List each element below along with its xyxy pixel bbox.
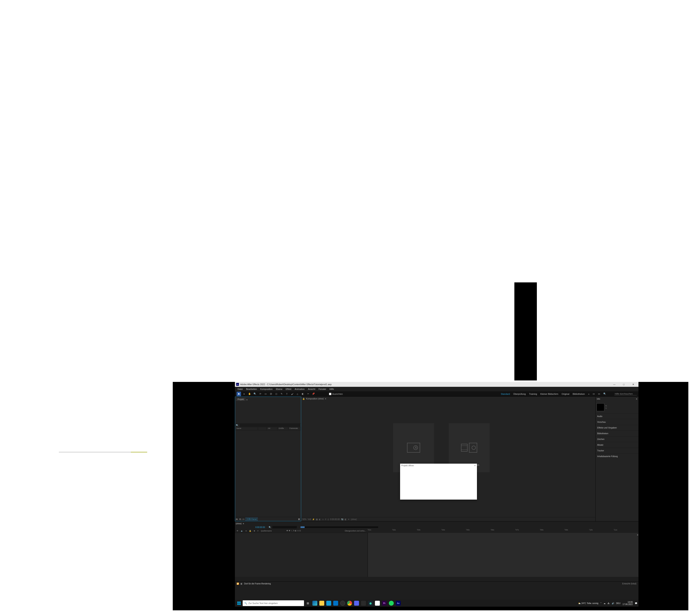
interpret-footage-icon[interactable]: 🗁 — [236, 518, 238, 520]
time-ruler[interactable]: 01s 02s 03s 04s 05s 06s 07s 08s 09s 10s … — [368, 529, 638, 532]
panel-menu-icon[interactable]: ≡ — [246, 399, 247, 401]
current-timecode[interactable]: 0:00:00:00 — [255, 526, 265, 529]
workspace-standard[interactable]: Standard — [501, 393, 510, 395]
workspace-training[interactable]: Training — [529, 393, 537, 395]
window-maximize-button[interactable]: □ — [620, 383, 628, 386]
task-view-icon[interactable]: ⊞ — [305, 600, 311, 606]
clone-stamp-tool-icon[interactable]: ⎌ — [295, 392, 300, 396]
channel-icon[interactable]: ◧ — [345, 518, 346, 520]
menu-hilfe[interactable]: Hilfe — [328, 388, 335, 391]
roto-tool-icon[interactable]: ✂ — [306, 392, 310, 396]
project-col-label[interactable] — [258, 427, 267, 430]
taskbar-app-explorer[interactable] — [319, 600, 325, 606]
grid-icon[interactable]: # — [325, 518, 326, 520]
brush-tool-icon[interactable]: 🖌 — [290, 392, 294, 396]
help-search-input[interactable]: Hilfe durchsuchen — [614, 392, 637, 395]
delete-icon[interactable]: 🗑 — [298, 518, 300, 520]
toggle-modes-icon[interactable]: ◧ — [241, 583, 242, 585]
open-project-dialog[interactable]: Projekt öffnen ✕ — [400, 464, 477, 499]
panel-libraries[interactable]: Bibliotheken — [596, 431, 638, 436]
panel-character[interactable]: Zeichen — [596, 436, 638, 442]
shape-tool-icon[interactable]: ◻ — [274, 392, 278, 396]
panel-menu-icon[interactable]: ≡ — [636, 398, 637, 400]
timeline-zoom-slider[interactable] — [301, 526, 378, 528]
pan-behind-tool-icon[interactable]: ⦿ — [269, 392, 273, 396]
panel-paragraph[interactable]: Absatz — [596, 442, 638, 448]
tray-language[interactable]: DEU — [616, 602, 621, 604]
tray-volume-icon[interactable]: 🔊 — [612, 602, 614, 604]
project-filter-input[interactable] — [240, 424, 300, 427]
parent-column[interactable]: Übergeordnet und verbu... — [345, 530, 366, 532]
panel-menu-icon[interactable]: ≡ — [325, 397, 326, 400]
tray-notifications-icon[interactable]: 💬 — [635, 602, 637, 604]
guides-icon[interactable]: ┼ — [328, 518, 329, 520]
menu-bar[interactable]: Datei Bearbeiten Komposition Ebene Effek… — [235, 387, 638, 391]
project-bit-depth[interactable]: 8-Bit-Kanal — [245, 518, 258, 521]
menu-effekt[interactable]: Effekt — [284, 388, 293, 391]
timecode-display[interactable]: 0:00:00:00 — [330, 518, 340, 520]
timeline-layer-list[interactable] — [235, 533, 368, 577]
panel-menu-icon[interactable]: ≡ — [243, 522, 244, 525]
taskbar-app-aftereffects[interactable]: Ae — [395, 600, 401, 606]
project-col-name[interactable]: Name — [235, 427, 258, 430]
menu-bearbeiten[interactable]: Bearbeiten — [245, 388, 258, 391]
comp-marker-icon[interactable]: ◂ — [637, 533, 638, 536]
viewer-canvas[interactable]: Neue Komposition Neue Komposition au — [301, 401, 595, 517]
lock-column-icon[interactable]: 🔒 — [249, 530, 251, 532]
panel-tracker[interactable]: Tracker — [596, 448, 638, 453]
taskbar-app-premiere[interactable]: Pr — [381, 600, 387, 606]
snap-toggle[interactable]: Ausrichten — [329, 393, 343, 395]
window-close-button[interactable]: ✕ — [629, 383, 637, 386]
project-col-size[interactable]: Größe — [277, 427, 288, 430]
tray-network-icon[interactable]: 🖧 — [608, 602, 610, 604]
camera-tool-icon[interactable]: ▭ — [264, 392, 268, 396]
menu-ebene[interactable]: Ebene — [275, 388, 284, 391]
taskbar-app-edge[interactable] — [312, 600, 318, 606]
selection-tool-icon[interactable]: ▸ — [242, 392, 246, 396]
tray-chevron-icon[interactable]: ˄ — [600, 602, 601, 604]
start-button[interactable] — [236, 600, 242, 606]
project-col-fps[interactable]: Framerate — [288, 427, 301, 430]
info-panel-tab[interactable]: Info — [597, 398, 600, 400]
rotate-tool-icon[interactable]: ⟳ — [258, 392, 262, 396]
workspace-smallscreen[interactable]: Kleiner Bildschirm — [540, 393, 558, 395]
eye-column-icon[interactable]: 👁 — [237, 530, 238, 532]
project-col-type[interactable]: Art — [267, 427, 278, 430]
timeline-tab[interactable]: (ohne) — [236, 522, 242, 525]
home-button[interactable] — [237, 392, 241, 396]
workspace-more-icon[interactable]: » — [588, 393, 589, 395]
hand-tool-icon[interactable]: ✋ — [247, 392, 252, 396]
viewer-lock-icon[interactable]: 🔒 — [302, 397, 305, 400]
snapshot-icon[interactable]: 📷 — [341, 518, 343, 520]
taskbar-app-spotify[interactable] — [388, 600, 394, 606]
viewer-tab-label[interactable]: Komposition (ohne) — [306, 397, 324, 400]
text-tool-icon[interactable]: T — [285, 392, 289, 396]
taskbar-app-streamlabs[interactable]: ⬤ — [367, 600, 373, 606]
pen-tool-icon[interactable]: ✎ — [279, 392, 283, 396]
taskbar-search[interactable]: 🔍 Zur Suche Text hier eingeben — [243, 600, 304, 606]
puppet-tool-icon[interactable]: 📌 — [311, 392, 316, 396]
audio-column-icon[interactable]: 🔈 — [241, 530, 243, 532]
menu-ansicht[interactable]: Ansicht — [306, 388, 317, 391]
workspace-original[interactable]: Original — [562, 393, 569, 395]
panel-audio[interactable]: Audio — [596, 413, 638, 419]
project-panel-tab[interactable]: Projekt — [236, 398, 245, 401]
tray-onedrive-icon[interactable]: ☁ — [603, 602, 606, 604]
taskbar-app-discord[interactable] — [354, 600, 360, 606]
taskbar-app-chrome[interactable] — [346, 600, 353, 606]
transparency-grid-icon[interactable]: ▦ — [316, 518, 318, 520]
menu-datei[interactable]: Datei — [236, 388, 244, 391]
panel-effects-presets[interactable]: Effekte und Vorgaben — [596, 425, 638, 431]
eraser-tool-icon[interactable]: ◧ — [301, 392, 305, 396]
close-icon[interactable]: ✕ — [474, 465, 476, 467]
menu-komposition[interactable]: Komposition — [259, 388, 274, 391]
source-name-column[interactable]: Quellenname — [261, 530, 272, 532]
menu-fenster[interactable]: Fenster — [317, 388, 328, 391]
frame-render-queue-label[interactable]: Dort für die Frame-Rendering — [244, 583, 271, 585]
window-minimize-button[interactable]: — — [610, 383, 619, 386]
solo-column-icon[interactable]: ● — [245, 530, 246, 532]
taskbar-app-mail[interactable] — [333, 600, 339, 606]
exposure-icon[interactable]: ☀ — [348, 518, 349, 520]
label-column-icon[interactable]: ■ — [254, 530, 255, 532]
fast-preview-icon[interactable]: ⚡ — [312, 518, 315, 520]
